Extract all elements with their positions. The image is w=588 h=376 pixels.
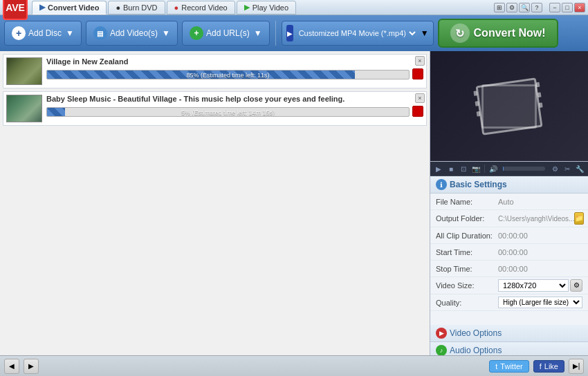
record-tab-label: Record Video [181, 3, 227, 12]
fullscreen-button[interactable]: ⊡ [458, 163, 469, 174]
file-name-value: Auto [498, 198, 582, 206]
video-size-row: Video Size: 1280x720 ⚙ [430, 277, 588, 294]
remove-video-button[interactable]: × [415, 56, 425, 66]
play-tab-label: Play Video [252, 3, 288, 12]
tab-play[interactable]: ▶ Play Video [237, 1, 296, 15]
file-name-label: File Name: [436, 198, 498, 206]
film-strip-graphic [475, 79, 544, 134]
video-thumbnail [6, 57, 42, 85]
add-videos-icon: ▤ [93, 26, 107, 40]
start-time-row: Start Time: 00:00:00 [430, 244, 588, 261]
file-name-row: File Name: Auto [430, 194, 588, 210]
video-size-label: Video Size: [436, 281, 498, 290]
preview-area [430, 51, 588, 162]
output-folder-label: Output Folder: [436, 214, 498, 223]
browse-folder-button[interactable]: 📁 [574, 212, 584, 225]
record-tab-icon: ● [174, 3, 179, 12]
burn-tab-icon: ● [116, 3, 120, 12]
stop-time-label: Stop Time: [436, 265, 498, 273]
play-tab-icon: ▶ [244, 3, 250, 12]
basic-settings-icon: ℹ [436, 179, 447, 190]
audio-options-section[interactable]: ♪ Audio Options [430, 342, 588, 355]
basic-settings-title: Basic Settings [450, 180, 507, 189]
start-time-value: 00:00:00 [498, 248, 582, 256]
grid-icon[interactable]: ⊞ [494, 3, 505, 12]
facebook-label: Like [544, 362, 558, 370]
help-icon[interactable]: ? [531, 3, 542, 12]
maximize-button[interactable]: □ [562, 3, 573, 12]
tab-burn[interactable]: ● Burn DVD [108, 1, 165, 15]
main-toolbar: + Add Disc ▼ ▤ Add Video(s) ▼ + Add URL(… [0, 15, 588, 51]
convert-now-button[interactable]: ↻ Convert Now! [438, 19, 558, 48]
audio-options-icon: ♪ [436, 345, 447, 355]
list-item: Village in New Zealand 85% (Estimated ti… [3, 54, 427, 88]
add-videos-label: Add Video(s) [110, 28, 158, 38]
app-logo: AVE [3, 0, 28, 20]
video-info: Baby Sleep Music - Beautiful Village - T… [46, 95, 423, 118]
add-disc-label: Add Disc [28, 28, 62, 38]
progress-text: 85% (Estimated time left: 11s) [47, 70, 409, 79]
convert-now-label: Convert Now! [474, 27, 546, 39]
tab-bar: AVE ▶ Convert Video ● Burn DVD ● Record … [3, 0, 494, 20]
facebook-button[interactable]: f Like [533, 360, 564, 373]
refresh-icon: ↻ [450, 24, 470, 43]
stop-time-row: Stop Time: 00:00:00 [430, 261, 588, 277]
close-button[interactable]: × [574, 3, 585, 12]
video-options-section[interactable]: ▶ Video Options [430, 325, 588, 342]
tab-record[interactable]: ● Record Video [167, 1, 235, 15]
preview-progress-bar[interactable] [503, 167, 545, 171]
stop-button[interactable] [412, 68, 423, 79]
format-icon: ▶ [286, 25, 293, 41]
add-disc-button[interactable]: + Add Disc ▼ [4, 21, 82, 46]
add-videos-button[interactable]: ▤ Add Video(s) ▼ [86, 21, 178, 46]
convert-tab-icon: ▶ [39, 3, 45, 12]
settings-panel: ℹ Basic Settings File Name: Auto Output … [430, 176, 588, 355]
search-icon[interactable]: 🔍 [519, 3, 530, 12]
format-select[interactable]: Customized MP4 Movie (*.mp4) [296, 28, 418, 38]
controls-divider [484, 164, 485, 173]
all-clip-duration-label: All Clip Duration: [436, 232, 498, 240]
stop-time-value: 00:00:00 [498, 265, 582, 273]
format-dropdown-icon[interactable]: ▼ [421, 28, 429, 38]
preview-controls: ▶ ■ ⊡ 📷 🔊 ⚙ ✂ 🔧 [430, 162, 588, 176]
settings-preview-button[interactable]: ⚙ [549, 163, 560, 174]
video-options-icon: ▶ [436, 328, 447, 339]
format-selector[interactable]: ▶ Customized MP4 Movie (*.mp4) ▼ [282, 21, 434, 46]
quality-select[interactable]: High (Larger file size) [498, 297, 582, 308]
video-size-settings-button[interactable]: ⚙ [570, 279, 582, 292]
video-info: Village in New Zealand 85% (Estimated ti… [46, 57, 423, 80]
add-url-icon: + [190, 26, 203, 40]
minimize-button[interactable]: − [549, 3, 560, 12]
remove-video-button[interactable]: × [415, 93, 425, 103]
progress-bar: 85% (Estimated time left: 11s) [46, 70, 410, 79]
add-disc-icon: + [12, 26, 26, 40]
stop-button[interactable] [412, 106, 423, 117]
right-panel: ▶ ■ ⊡ 📷 🔊 ⚙ ✂ 🔧 ℹ Basic Settings File Na… [430, 51, 588, 355]
twitter-icon: t [495, 362, 497, 370]
video-thumbnail [6, 95, 42, 122]
convert-tab-label: Convert Video [48, 3, 99, 12]
gear-icon[interactable]: ⚙ [506, 3, 517, 12]
volume-icon[interactable]: 🔊 [488, 163, 499, 174]
video-list-panel: Village in New Zealand 85% (Estimated ti… [0, 51, 430, 355]
page-nav-button[interactable]: ▶| [569, 359, 584, 374]
settings-spacer [430, 311, 588, 325]
add-videos-dropdown-icon[interactable]: ▼ [162, 28, 170, 38]
add-url-dropdown-icon[interactable]: ▼ [254, 28, 262, 38]
progress-text: 5% (Estimated time left: 14m 15s) [47, 108, 409, 117]
preview-progress-fill [503, 167, 504, 171]
nav-back-button[interactable]: ◀ [4, 359, 19, 374]
add-url-button[interactable]: + Add URL(s) ▼ [182, 21, 270, 46]
play-preview-button[interactable]: ▶ [433, 163, 444, 174]
nav-forward-button[interactable]: ▶ [24, 359, 39, 374]
add-url-label: Add URL(s) [206, 28, 250, 38]
screenshot-button[interactable]: 📷 [470, 163, 481, 174]
twitter-button[interactable]: t Twitter [489, 360, 529, 373]
effects-button[interactable]: 🔧 [574, 163, 585, 174]
stop-preview-button[interactable]: ■ [445, 163, 457, 174]
crop-button[interactable]: ✂ [562, 163, 573, 174]
tab-convert[interactable]: ▶ Convert Video [32, 1, 107, 15]
video-size-select[interactable]: 1280x720 [498, 279, 569, 292]
add-disc-dropdown-icon[interactable]: ▼ [66, 28, 74, 38]
video-title: Baby Sleep Music - Beautiful Village - T… [46, 95, 423, 103]
